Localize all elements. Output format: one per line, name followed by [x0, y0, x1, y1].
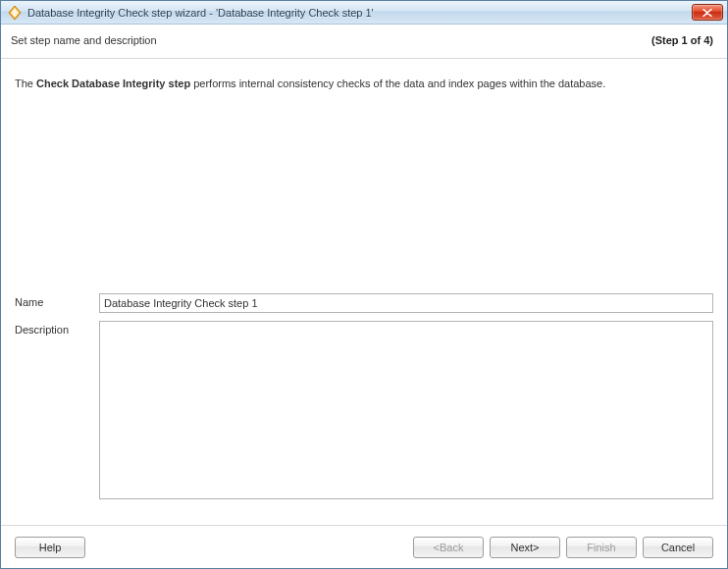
name-row: Name [15, 293, 713, 313]
step-indicator: (Step 1 of 4) [651, 34, 713, 46]
description-label: Description [15, 321, 99, 336]
spacer-area [15, 107, 713, 293]
name-label: Name [15, 293, 99, 308]
description-input[interactable] [99, 321, 713, 499]
footer-bar: Help <Back Next> Finish Cancel [1, 525, 727, 568]
intro-suffix: performs internal consistency checks of … [190, 78, 605, 89]
intro-strong: Check Database Integrity step [36, 78, 190, 89]
next-button[interactable]: Next> [490, 537, 560, 558]
name-input[interactable] [99, 293, 713, 313]
app-icon [7, 5, 23, 21]
intro-text: The Check Database Integrity step perfor… [15, 78, 713, 89]
help-button[interactable]: Help [15, 537, 85, 558]
cancel-button[interactable]: Cancel [643, 537, 713, 558]
content-area: The Check Database Integrity step perfor… [1, 59, 727, 525]
finish-button[interactable]: Finish [566, 537, 637, 558]
intro-prefix: The [15, 78, 36, 89]
close-icon [702, 9, 712, 17]
sub-header: Set step name and description (Step 1 of… [1, 25, 727, 59]
close-button[interactable] [692, 4, 723, 21]
description-row: Description [15, 321, 713, 501]
subheader-text: Set step name and description [11, 34, 157, 46]
wizard-window: Database Integrity Check step wizard - '… [0, 0, 728, 569]
title-bar: Database Integrity Check step wizard - '… [1, 1, 727, 25]
window-title: Database Integrity Check step wizard - '… [27, 7, 374, 19]
back-button[interactable]: <Back [413, 537, 484, 558]
